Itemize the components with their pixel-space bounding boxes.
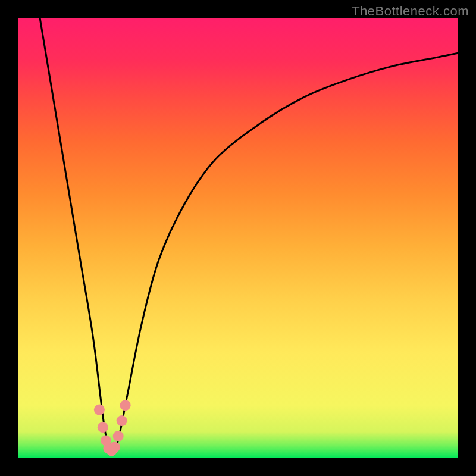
watermark-text: TheBottleneck.com	[352, 4, 469, 19]
highlight-dot	[94, 405, 105, 415]
dots-group	[94, 400, 131, 456]
chart-frame: TheBottleneck.com	[0, 0, 476, 476]
highlight-dot	[113, 431, 124, 441]
highlight-dot	[120, 400, 131, 411]
highlight-dot	[117, 415, 127, 426]
plot-area	[18, 18, 458, 458]
highlight-dot	[109, 442, 120, 453]
highlight-dot	[98, 422, 108, 433]
highlight-dots	[18, 18, 458, 458]
